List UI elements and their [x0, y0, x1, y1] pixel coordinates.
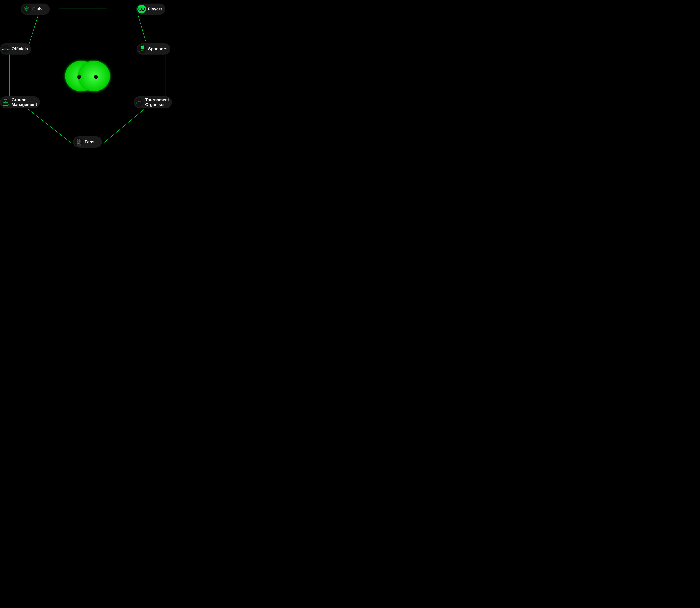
svg-marker-11: [24, 6, 29, 12]
svg-point-30: [79, 139, 80, 140]
club-label: Club: [32, 7, 42, 12]
node-officials[interactable]: 8lete OFFICIALS Officials: [0, 43, 31, 55]
sponsors-icon: 8lete SPONSORS: [138, 44, 147, 53]
tournament-label: Tournament Organiser: [145, 97, 169, 107]
svg-rect-26: [77, 140, 81, 142]
svg-point-20: [143, 45, 144, 46]
svg-point-29: [77, 139, 78, 140]
svg-point-9: [77, 75, 81, 79]
node-club[interactable]: 8lete CLUB Club: [21, 3, 50, 15]
svg-line-1: [28, 15, 38, 47]
tournament-icon: 8lete OFFICIALS: [135, 98, 144, 107]
svg-rect-24: [5, 101, 6, 102]
ground-icon: 8lete grounds: [1, 98, 10, 107]
node-fans[interactable]: 8lete FANS Fans: [73, 136, 102, 148]
node-players[interactable]: Players: [136, 3, 166, 15]
fans-label: Fans: [85, 139, 94, 145]
svg-point-8: [78, 61, 110, 91]
svg-text:8lete: 8lete: [25, 8, 28, 9]
sponsors-label: Sponsors: [148, 46, 168, 51]
svg-line-5: [28, 109, 71, 142]
svg-rect-28: [79, 141, 80, 142]
officials-label: Officials: [12, 46, 28, 51]
node-sponsors[interactable]: 8lete SPONSORS Sponsors: [137, 43, 170, 55]
diagram-container: 8lete CLUB Club Players 8lete OFFICIALS …: [0, 0, 175, 152]
svg-point-16: [141, 8, 145, 11]
node-ground[interactable]: 8lete grounds Ground Management: [0, 96, 40, 109]
center-logo: [60, 58, 115, 94]
svg-point-10: [94, 75, 98, 79]
club-icon: 8lete CLUB: [22, 5, 31, 14]
svg-line-2: [138, 15, 148, 47]
svg-line-6: [104, 109, 144, 142]
officials-icon: 8lete OFFICIALS: [1, 44, 10, 53]
node-tournament[interactable]: 8lete OFFICIALS Tournament Organiser: [134, 96, 172, 109]
players-icon: [137, 5, 146, 14]
svg-rect-27: [77, 141, 78, 142]
ground-label: Ground Management: [12, 97, 37, 107]
fans-icon: 8lete FANS: [74, 138, 83, 146]
players-label: Players: [148, 7, 162, 12]
